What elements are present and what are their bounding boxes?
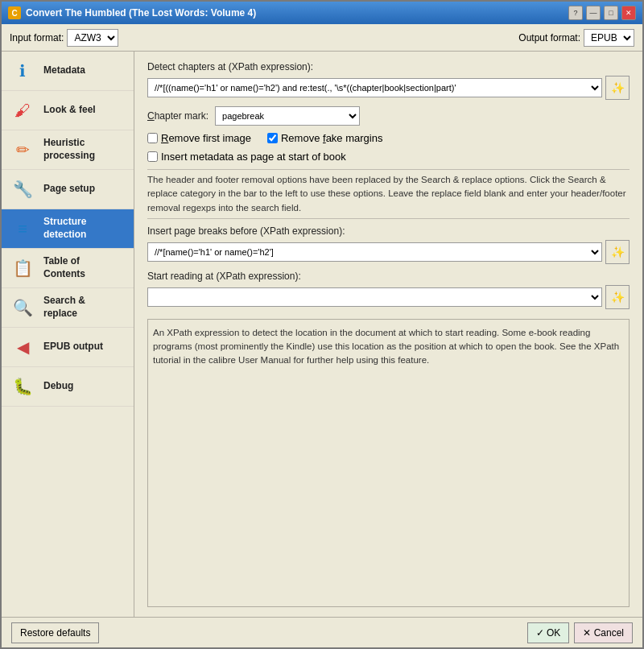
detect-chapters-section: Detect chapters at (XPath expression): /… (147, 61, 630, 100)
remove-first-image-row: Remove first image (147, 132, 251, 144)
sidebar-label-search-replace: Search &replace (43, 295, 85, 320)
structure-icon: ≡ (10, 216, 35, 242)
input-format-select[interactable]: AZW3 (67, 29, 118, 47)
insert-page-breaks-wand-button[interactable]: ✨ (605, 240, 630, 264)
sidebar-label-debug: Debug (43, 380, 73, 393)
bottom-info-box: An XPath expression to detect the locati… (147, 319, 630, 607)
sidebar: ℹ Metadata 🖌 Look & feel ✏ Heuristicproc… (2, 52, 134, 617)
sidebar-label-look-feel: Look & feel (43, 104, 96, 117)
insert-page-breaks-section: Insert page breaks before (XPath express… (147, 225, 630, 264)
detect-chapters-label: Detect chapters at (XPath expression): (147, 61, 313, 72)
footer-right: ✓ OK ✕ Cancel (527, 622, 633, 643)
sidebar-label-structure: Structuredetection (43, 216, 86, 241)
start-reading-wand-button[interactable]: ✨ (605, 285, 630, 309)
app-icon: C (8, 6, 21, 19)
titlebar-controls: ? — □ ✕ (568, 6, 636, 20)
look-feel-icon: 🖌 (10, 97, 35, 123)
maximize-button[interactable]: □ (604, 6, 618, 20)
output-format-select[interactable]: EPUB (584, 29, 634, 47)
footer-left: Restore defaults (11, 622, 99, 643)
insert-metadata-row: Insert metadata as page at start of book (147, 151, 630, 163)
format-bar: Input format: AZW3 Output format: EPUB (2, 24, 642, 52)
minimize-button[interactable]: — (586, 6, 601, 20)
sidebar-item-search-replace[interactable]: 🔍 Search &replace (2, 288, 134, 328)
epub-output-icon: ◀ (10, 334, 35, 360)
start-reading-label: Start reading at (XPath expression): (147, 271, 301, 282)
info-text: The header and footer removal options ha… (147, 175, 626, 213)
sidebar-item-page-setup[interactable]: 🔧 Page setup (2, 170, 134, 209)
metadata-icon: ℹ (10, 58, 35, 84)
start-reading-row: ✨ (147, 285, 630, 309)
window-title: Convert The Humbled (The Lost Words: Vol… (26, 7, 256, 19)
search-replace-icon: 🔍 (10, 295, 35, 320)
ok-button[interactable]: ✓ OK (527, 622, 570, 643)
chapter-mark-row: Chapter mark: pagebreak rule both none (147, 106, 630, 126)
insert-page-breaks-row: //*[name()='h1' or name()='h2'] ✨ (147, 240, 630, 264)
sidebar-label-toc: Table ofContents (43, 255, 85, 280)
main-content: ℹ Metadata 🖌 Look & feel ✏ Heuristicproc… (2, 52, 642, 617)
debug-icon: 🐛 (10, 374, 35, 399)
sidebar-item-heuristic[interactable]: ✏ Heuristicprocessing (2, 130, 134, 170)
sidebar-item-structure[interactable]: ≡ Structuredetection (2, 209, 134, 249)
output-format-label: Output format: (518, 32, 580, 43)
help-button[interactable]: ? (568, 6, 583, 20)
input-format-group: Input format: AZW3 (10, 29, 118, 47)
chapter-mark-select[interactable]: pagebreak rule both none (215, 106, 360, 126)
start-reading-section: Start reading at (XPath expression): ✨ (147, 271, 630, 309)
toc-icon: 📋 (10, 255, 35, 281)
detect-chapters-input[interactable]: //*[((name()='h1' or name()='h2') and re… (147, 78, 602, 97)
info-text-box: The header and footer removal options ha… (147, 169, 630, 219)
insert-metadata-checkbox[interactable] (147, 151, 158, 162)
remove-first-image-label: Remove first image (161, 132, 251, 144)
cancel-button[interactable]: ✕ Cancel (574, 622, 633, 643)
remove-fake-margins-label: Remove fake margins (281, 132, 382, 144)
footer-bar: Restore defaults ✓ OK ✕ Cancel (2, 617, 642, 647)
sidebar-item-debug[interactable]: 🐛 Debug (2, 367, 134, 407)
bottom-info-text: An XPath expression to detect the locati… (153, 328, 619, 366)
chapter-mark-label: Chapter mark: (147, 110, 208, 122)
sidebar-label-metadata: Metadata (43, 64, 85, 77)
close-button[interactable]: ✕ (621, 6, 636, 20)
sidebar-label-epub-output: EPUB output (43, 341, 103, 353)
start-reading-input[interactable] (147, 287, 602, 307)
heuristic-icon: ✏ (10, 137, 35, 163)
restore-defaults-button[interactable]: Restore defaults (11, 622, 99, 643)
output-format-group: Output format: EPUB (518, 29, 634, 47)
sidebar-label-heuristic: Heuristicprocessing (43, 137, 95, 162)
titlebar: C Convert The Humbled (The Lost Words: V… (2, 2, 642, 24)
detect-chapters-row: //*[((name()='h1' or name()='h2') and re… (147, 76, 630, 100)
sidebar-item-epub-output[interactable]: ◀ EPUB output (2, 328, 134, 367)
content-area: Detect chapters at (XPath expression): /… (134, 52, 642, 617)
titlebar-left: C Convert The Humbled (The Lost Words: V… (8, 6, 256, 19)
insert-metadata-label: Insert metadata as page at start of book (161, 151, 346, 163)
remove-fake-margins-checkbox[interactable] (267, 133, 278, 143)
remove-first-image-checkbox[interactable] (147, 133, 158, 143)
checkbox-row-1: Remove first image Remove fake margins (147, 132, 630, 144)
remove-fake-margins-row: Remove fake margins (267, 132, 382, 144)
sidebar-item-look-feel[interactable]: 🖌 Look & feel (2, 91, 134, 130)
sidebar-item-toc[interactable]: 📋 Table ofContents (2, 249, 134, 288)
detect-chapters-wand-button[interactable]: ✨ (605, 76, 630, 100)
sidebar-label-page-setup: Page setup (43, 183, 95, 196)
page-setup-icon: 🔧 (10, 176, 35, 202)
input-format-label: Input format: (10, 32, 64, 43)
sidebar-item-metadata[interactable]: ℹ Metadata (2, 52, 134, 91)
main-window: C Convert The Humbled (The Lost Words: V… (0, 0, 644, 649)
insert-page-breaks-label: Insert page breaks before (XPath express… (147, 225, 345, 237)
insert-page-breaks-input[interactable]: //*[name()='h1' or name()='h2'] (147, 242, 602, 262)
